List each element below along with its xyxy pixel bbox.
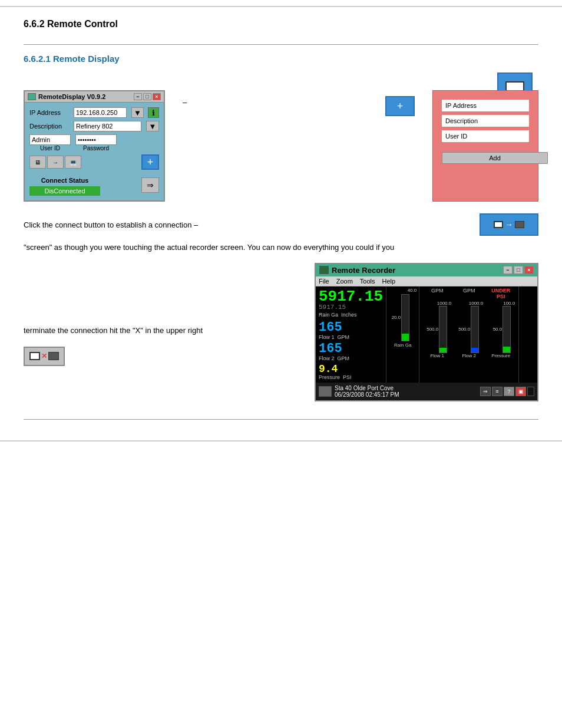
pink-ip-field: IP Address: [442, 100, 529, 111]
g-p-inner: 50.0: [485, 306, 516, 353]
recorder-title-text: Remote Recorder: [332, 266, 395, 275]
dialog-restore-btn[interactable]: □: [143, 93, 151, 100]
dialog-title-text: RemoteDisplay V0.9.2: [38, 93, 105, 100]
status-btn4[interactable]: ▣: [515, 387, 526, 396]
ip-dropdown-btn[interactable]: ▼: [131, 107, 144, 118]
subsection-title: 6.6.2.1 Remote Display: [24, 54, 538, 64]
bottom-separator: [24, 419, 538, 420]
flow2-labels: Flow 2 GPM: [319, 355, 383, 361]
recorder-restore-btn[interactable]: □: [514, 266, 523, 274]
desc-dropdown-btn[interactable]: ▼: [146, 121, 159, 131]
g-p-fill: [503, 347, 510, 352]
monitor-btn[interactable]: 🖥: [29, 156, 46, 169]
label-row1: Rain Ga Inches: [319, 312, 383, 318]
recorder-left-text: terminate the connection hit the "X" in …: [24, 263, 303, 401]
pink-form: IP Address Description User ID Add: [432, 90, 538, 202]
connect-icon-button[interactable]: →: [480, 213, 538, 236]
ip-address-label: IP Address: [29, 109, 71, 116]
g-f2-fill: [471, 348, 478, 353]
user-id-input[interactable]: [29, 134, 71, 145]
conn-monitor-icon: [494, 221, 503, 228]
section-title: 6.6.2 Remote Control: [24, 19, 538, 32]
recorder-close-btn[interactable]: ×: [524, 266, 534, 274]
remote-display-dialog: RemoteDisplay V0.9.2 − □ × IP Address ▼ …: [24, 90, 165, 202]
pressure-label2: PSI: [343, 374, 352, 380]
add-connect-btn[interactable]: +: [141, 154, 159, 170]
dialog-controls: − □ ×: [134, 93, 161, 100]
pc-btn[interactable]: 💻: [65, 156, 81, 169]
desc-text1: –: [183, 98, 187, 107]
gauges-group: GPM GPM UNDERPSI 1000.0: [419, 286, 519, 383]
pink-desc-label: Description: [445, 117, 478, 124]
displays-area: 5917.15 5917.15 Rain Ga Inches 165 Flow …: [316, 286, 537, 383]
description-label: Description: [29, 123, 71, 130]
top-separator: [24, 44, 538, 45]
add-button[interactable]: Add: [442, 152, 548, 164]
gauge-flow2: 1000.0 500.0: [454, 301, 484, 358]
header-under: UNDERPSI: [485, 288, 516, 299]
gauge-pressure: 100.0 50.0: [485, 301, 516, 358]
user-id-label: User ID: [29, 145, 71, 151]
gauge-rain-inner: 20.0: [388, 294, 418, 341]
flow1-label: Flow 1: [319, 334, 335, 340]
main-value-large: 5917.15: [319, 289, 383, 304]
ip-address-field: IP Address ▼ ℹ: [29, 107, 159, 118]
g-f1-label: Flow 1: [422, 353, 452, 358]
menu-help[interactable]: Help: [382, 278, 396, 285]
desc-with-icon: – +: [183, 96, 415, 109]
status-btn1[interactable]: ⇒: [480, 387, 491, 396]
flow2-value: 165: [319, 342, 383, 355]
add-icon-right[interactable]: +: [385, 96, 415, 116]
dialog-minimize-btn[interactable]: −: [134, 93, 142, 100]
station-name: Sta 40 Olde Port Cove: [335, 385, 394, 391]
flow1-unit: GPM: [338, 334, 350, 340]
recorder-status-bar: Sta 40 Olde Port Cove 06/29/2008 02:45:1…: [316, 383, 537, 400]
status-icons-right: ⇒ ≡ ? ▣: [480, 387, 534, 396]
menu-file[interactable]: File: [319, 278, 329, 285]
ip-address-input[interactable]: [74, 107, 127, 118]
spacer2: [442, 146, 529, 149]
g-f2-bar: [471, 306, 479, 353]
connect-buttons-row: 🖥 → 💻 +: [29, 154, 159, 170]
status-btn3[interactable]: ?: [504, 387, 514, 396]
recorder-window: Remote Recorder − □ × File Zoom Tools He…: [315, 263, 538, 401]
user-id-group: User ID: [29, 134, 71, 151]
password-input[interactable]: [75, 134, 117, 145]
x-icon: ✕: [41, 350, 47, 363]
recorder-minimize-btn[interactable]: −: [503, 266, 513, 274]
gf2s2: 500.0: [454, 327, 470, 332]
gps2: 50.0: [485, 327, 502, 332]
password-label: Password: [75, 145, 117, 151]
g-f2-label: Flow 2: [454, 353, 484, 358]
connect-section: Click the connect button to establish a …: [24, 213, 538, 236]
menu-tools[interactable]: Tools: [360, 278, 375, 285]
dialog-close-btn[interactable]: ×: [153, 93, 161, 100]
connect-status-value: DisConnected: [29, 186, 100, 196]
flow2-label: Flow 2: [319, 355, 335, 361]
description-input[interactable]: [74, 121, 141, 131]
pink-userid-field: User ID: [442, 130, 529, 142]
g-f1-fill: [439, 348, 447, 353]
disconnect-btn[interactable]: ⇒: [141, 177, 159, 193]
gauge-rain-label: Rain Ga: [388, 342, 418, 348]
user-pass-row: User ID Password: [29, 134, 159, 151]
gauge-rain-max: 40.0: [388, 288, 418, 293]
disconnect-icon-display[interactable]: ✕: [24, 347, 65, 367]
content-area: ↗ RemoteDisplay RemoteDisplay V0.9.2 − □…: [24, 73, 538, 401]
pressure-labels: Pressure PSI: [319, 374, 383, 380]
dialog-body: IP Address ▼ ℹ Description ▼: [25, 103, 164, 200]
conn-pc-icon: [515, 221, 524, 228]
main-content-row: RemoteDisplay V0.9.2 − □ × IP Address ▼ …: [24, 90, 538, 202]
g-f1-inner: 500.0: [422, 306, 452, 353]
g-f1-max: 1000.0: [422, 301, 452, 306]
status-group: Connect Status DisConnected: [29, 174, 100, 196]
spacer1: [24, 73, 538, 84]
connect-btn[interactable]: →: [47, 156, 64, 169]
connect-status-label: Connect Status: [29, 177, 100, 184]
flow1-labels: Flow 1 GPM: [319, 334, 383, 340]
status-text: Sta 40 Olde Port Cove 06/29/2008 02:45:1…: [335, 385, 477, 398]
menu-zoom[interactable]: Zoom: [336, 278, 353, 285]
display-col1: 5917.15 5917.15 Rain Ga Inches 165 Flow …: [316, 286, 386, 383]
status-end: [527, 387, 534, 396]
status-btn2[interactable]: ≡: [492, 387, 503, 396]
